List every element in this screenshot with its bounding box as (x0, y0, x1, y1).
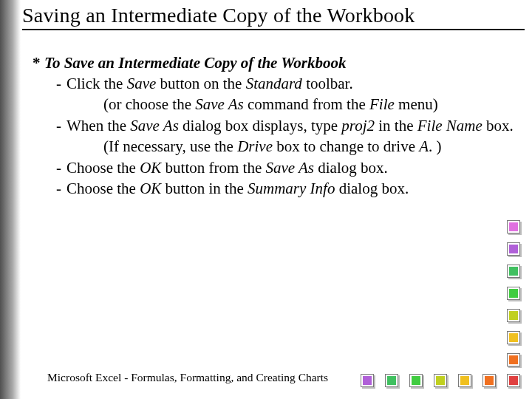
star-bullet: * (33, 52, 44, 73)
deco-square (385, 374, 398, 387)
deco-square (458, 374, 471, 387)
step-3: - Choose the OK button from the Save As … (33, 157, 525, 178)
left-gradient (0, 0, 21, 399)
dash-bullet: - (56, 178, 66, 199)
step-4: - Choose the OK button in the Summary In… (33, 178, 525, 199)
deco-square (507, 353, 520, 366)
footer-text: Microsoft Excel - Formulas, Formatting, … (47, 371, 328, 384)
slide-body: * To Save an Intermediate Copy of the Wo… (22, 52, 525, 199)
deco-square (361, 374, 374, 387)
step-1-text: Click the Save button on the Standard to… (66, 73, 353, 94)
deco-square (434, 374, 447, 387)
deco-square (507, 265, 520, 278)
dash-bullet: - (56, 115, 66, 136)
step-1-paren: (or choose the Save As command from the … (33, 94, 525, 115)
dash-bullet: - (56, 157, 66, 178)
deco-square (507, 220, 520, 233)
deco-square (409, 374, 423, 387)
slide-title: Saving an Intermediate Copy of the Workb… (22, 4, 525, 30)
step-2-paren: (If necessary, use the Drive box to chan… (33, 136, 525, 157)
deco-square (507, 374, 520, 387)
deco-square (507, 242, 520, 256)
step-3-text: Choose the OK button from the Save As di… (66, 157, 388, 178)
slide-content: Saving an Intermediate Copy of the Workb… (21, 0, 532, 399)
deco-square (507, 309, 520, 322)
step-2: - When the Save As dialog box displays, … (33, 115, 525, 136)
deco-square (507, 287, 520, 300)
step-2-text: When the Save As dialog box displays, ty… (66, 115, 514, 136)
step-1: - Click the Save button on the Standard … (33, 73, 525, 94)
deco-square (482, 374, 496, 387)
deco-square (507, 331, 520, 344)
step-4-text: Choose the OK button in the Summary Info… (66, 178, 409, 199)
heading-text: To Save an Intermediate Copy of the Work… (44, 52, 347, 73)
heading-row: * To Save an Intermediate Copy of the Wo… (33, 52, 525, 73)
dash-bullet: - (56, 73, 66, 94)
